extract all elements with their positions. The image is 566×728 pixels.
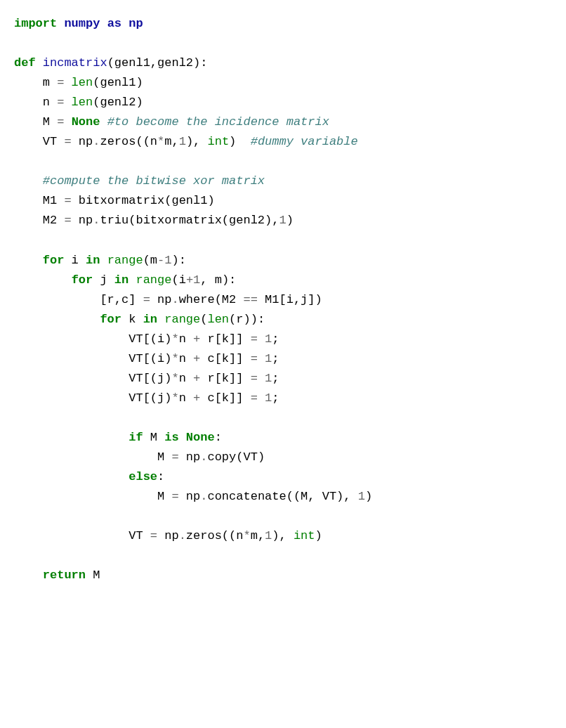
comment: #dummy variable — [251, 135, 358, 148]
keyword-if: if — [129, 431, 143, 444]
line-27: VT = np.zeros((n*m,1), int) — [14, 529, 322, 542]
keyword-for: for — [72, 273, 93, 287]
line-1: import numpy as np — [14, 17, 143, 30]
keyword-return: return — [43, 568, 86, 582]
code-block: import numpy as np def incmatrix(genl1,g… — [14, 14, 552, 585]
line-19: VT[(j)*n + r[k]] = 1; — [14, 372, 279, 385]
line-18: VT[(i)*n + c[k]] = 1; — [14, 352, 279, 365]
line-4: m = len(genl1) — [14, 76, 143, 89]
line-29: return M — [14, 568, 100, 582]
keyword-for: for — [100, 313, 121, 326]
line-9: #compute the bitwise xor matrix — [14, 174, 265, 188]
line-7: VT = np.zeros((n*m,1), int) #dummy varia… — [14, 135, 358, 148]
line-20: VT[(j)*n + c[k]] = 1; — [14, 391, 279, 405]
builtin-int: int — [207, 135, 229, 148]
keyword-is: is — [164, 431, 178, 444]
keyword-in: in — [114, 273, 129, 287]
line-6: M = None #to become the incidence matrix — [14, 115, 329, 129]
line-23: M = np.copy(VT) — [14, 450, 265, 464]
line-14: for j in range(i+1, m): — [14, 273, 236, 287]
builtin-range: range — [136, 273, 171, 287]
line-16: for k in range(len(r)): — [14, 313, 265, 326]
line-17: VT[(i)*n + r[k]] = 1; — [14, 332, 279, 346]
module-numpy: numpy — [64, 17, 100, 30]
function-name: incmatrix — [43, 56, 107, 70]
builtin-len: len — [207, 313, 229, 326]
line-10: M1 = bitxormatrix(genl1) — [14, 194, 215, 207]
comment: #compute the bitwise xor matrix — [43, 174, 265, 188]
params: (genl1,genl2): — [107, 56, 208, 70]
builtin-range: range — [107, 254, 143, 267]
none-literal: None — [72, 115, 100, 129]
line-15: [r,c] = np.where(M2 == M1[i,j]) — [14, 293, 322, 306]
line-5: n = len(genl2) — [14, 96, 143, 109]
line-25: M = np.concatenate((M, VT), 1) — [14, 490, 372, 503]
line-22: if M is None: — [14, 431, 222, 444]
builtin-int: int — [294, 529, 315, 542]
comment: #to become the incidence matrix — [107, 115, 329, 129]
builtin-range: range — [164, 313, 200, 326]
keyword-def: def — [14, 56, 36, 70]
alias-np: np — [129, 17, 143, 30]
line-11: M2 = np.triu(bitxormatrix(genl2),1) — [14, 214, 294, 227]
builtin-len: len — [64, 76, 93, 89]
none-literal: None — [186, 431, 215, 444]
line-24: else: — [14, 470, 164, 483]
line-13: for i in range(m-1): — [14, 254, 186, 267]
keyword-for: for — [43, 254, 65, 267]
keyword-in: in — [143, 313, 157, 326]
keyword-in: in — [86, 254, 100, 267]
builtin-len: len — [64, 96, 93, 109]
line-3: def incmatrix(genl1,genl2): — [14, 56, 207, 70]
keyword-import: import — [14, 17, 57, 30]
keyword-as: as — [107, 17, 121, 30]
keyword-else: else — [129, 470, 157, 483]
